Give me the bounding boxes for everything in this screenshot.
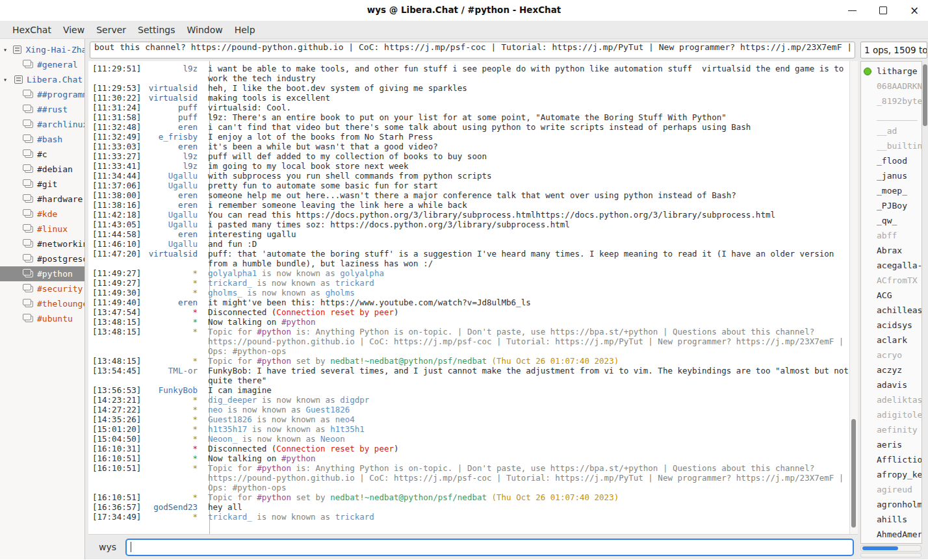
message-segment: (Thu Oct 26 01:07:40 2023) — [487, 356, 619, 366]
user-row[interactable]: 068AADRKN — [861, 79, 922, 94]
user-row[interactable]: acryo — [861, 348, 922, 363]
message-segment: You can read this https://docs.python.or… — [208, 210, 775, 220]
tree-channel-programming[interactable]: ##programming — [0, 87, 84, 102]
userlist-hscrollbar-thumb[interactable] — [862, 546, 898, 550]
tree-channel-linux[interactable]: #linux — [0, 222, 84, 236]
menu-item-help[interactable]: Help — [229, 23, 261, 37]
tree-label: ##rust — [37, 105, 68, 114]
user-row[interactable]: ________ — [861, 108, 922, 123]
user-nick: _moep_ — [877, 186, 907, 196]
close-button[interactable]: × — [907, 3, 922, 18]
menu-item-window[interactable]: Window — [181, 23, 228, 37]
event-star: * — [143, 424, 198, 434]
chat-scrollbar-thumb[interactable] — [851, 419, 856, 528]
menu-item-settings[interactable]: Settings — [132, 23, 181, 37]
expander-icon[interactable]: ▾ — [3, 76, 12, 83]
user-row[interactable]: aczyz — [861, 363, 922, 377]
menu-item-view[interactable]: View — [57, 23, 90, 37]
message-segment: is now known as — [257, 395, 340, 405]
tree-network-libera.chat[interactable]: ▾Libera.Chat — [0, 72, 84, 87]
tree-label: #networking — [37, 239, 84, 249]
user-nick: abff — [877, 231, 897, 240]
user-row[interactable]: afropy_ke — [861, 467, 922, 482]
message-segment: golyalpha1 — [208, 268, 257, 278]
tree-network-xing-hai-zhan[interactable]: ▾Xing-Hai-Zhan — [0, 42, 84, 57]
channel-icon — [25, 166, 33, 173]
menu-item-server[interactable]: Server — [90, 23, 132, 37]
chat-line: [13:48:15]*Topic for #python set by nedb… — [88, 356, 849, 366]
message-text: interesting ugallu — [204, 229, 849, 239]
own-nick-button[interactable]: wys — [96, 541, 119, 554]
user-row[interactable]: aefinity — [861, 422, 922, 437]
tree-channel-debian[interactable]: #debian — [0, 162, 84, 177]
tree-label: #security — [37, 284, 83, 294]
tree-channel-kde[interactable]: #kde — [0, 207, 84, 222]
minimize-button[interactable] — [845, 3, 859, 18]
message-text: Topic for #python is: Anything Python is… — [204, 327, 849, 356]
nick: TML-or — [143, 366, 198, 375]
tree-channel-postgresql[interactable]: #postgresql — [0, 251, 84, 266]
user-row[interactable]: acegalla- — [861, 258, 922, 273]
tree-channel-python[interactable]: #python — [0, 266, 84, 281]
user-row[interactable]: adeliktas — [861, 392, 922, 407]
timestamp: [11:34:44] — [88, 171, 143, 181]
user-nick: adavis — [877, 380, 907, 390]
tree-channel-rust[interactable]: ##rust — [0, 102, 84, 117]
chat-scrollbar[interactable] — [849, 61, 858, 534]
message-input[interactable] — [125, 539, 854, 556]
user-row[interactable]: _8192byte — [861, 94, 922, 108]
tree-channel-general[interactable]: #general — [0, 57, 84, 72]
userlist-vscrollbar-thumb[interactable] — [923, 64, 927, 126]
user-row[interactable]: _flood — [861, 153, 922, 168]
user-row[interactable]: Abrax — [861, 243, 922, 258]
user-row[interactable]: __builtin — [861, 138, 922, 153]
user-row[interactable]: achilleas — [861, 303, 922, 318]
expander-icon[interactable]: ▾ — [3, 46, 11, 53]
user-nick: 068AADRKN — [877, 81, 922, 91]
user-row[interactable]: __ad — [861, 123, 922, 138]
user-row[interactable]: _PJBoy — [861, 198, 922, 213]
tree-channel-c[interactable]: #c — [0, 147, 84, 162]
user-row[interactable]: acidsys — [861, 318, 922, 333]
maximize-button[interactable] — [876, 3, 890, 18]
tree-channel-security[interactable]: #security — [0, 281, 84, 296]
user-row[interactable]: Afflictio — [861, 452, 922, 467]
message-segment: virtualsid: Cool. — [208, 103, 291, 112]
user-row[interactable]: _moep_ — [861, 183, 922, 198]
tree-label: #c — [37, 149, 47, 159]
tree-channel-thelounge[interactable]: #thelounge — [0, 296, 84, 311]
menu-item-hexchat[interactable]: HexChat — [6, 23, 57, 37]
user-row[interactable]: agronholm — [861, 497, 922, 512]
user-row[interactable]: adigitole — [861, 407, 922, 422]
user-row[interactable]: litharge — [861, 64, 922, 79]
user-row[interactable]: _qw_ — [861, 213, 922, 228]
user-row[interactable]: ACG — [861, 288, 922, 303]
message-segment: I enjoy a lot of the books from No Starh… — [208, 132, 433, 142]
user-nick: aclark — [877, 335, 907, 345]
chat-line: [15:04:50]*Neoon_ is now known as Neoon — [88, 434, 849, 444]
user-row[interactable]: adavis — [861, 377, 922, 392]
tree-channel-bash[interactable]: #bash — [0, 132, 84, 147]
user-row[interactable]: agireud — [861, 482, 922, 497]
userlist-hscrollbar[interactable] — [860, 545, 922, 552]
message-segment: i want be able to make tools, and other … — [208, 64, 849, 83]
user-row[interactable]: ACfromTX — [861, 273, 922, 288]
user-row[interactable]: ahills — [861, 512, 922, 527]
topic-input[interactable]: bout this channel? https://pound-python.… — [90, 42, 855, 58]
tree-channel-hardware[interactable]: #hardware — [0, 192, 84, 207]
tree-channel-git[interactable]: #git — [0, 177, 84, 192]
userlist-vscrollbar[interactable] — [922, 61, 928, 544]
user-row[interactable]: AhmedAmer — [861, 527, 922, 542]
tree-channel-ubuntu[interactable]: #ubuntu — [0, 311, 84, 326]
timestamp: [11:32:48] — [88, 122, 143, 132]
tree-channel-archlinux[interactable]: #archlinux — [0, 117, 84, 132]
channel-icon — [25, 107, 33, 113]
user-row[interactable]: aclark — [861, 333, 922, 348]
tree-channel-networking[interactable]: #networking — [0, 236, 84, 251]
nick: puff — [143, 112, 198, 122]
user-row[interactable]: abff — [861, 228, 922, 243]
event-star: * — [143, 288, 198, 298]
message-text: i can't find that video but there's some… — [204, 122, 849, 132]
user-row[interactable]: _janus — [861, 168, 922, 183]
user-row[interactable]: aeris — [861, 437, 922, 452]
